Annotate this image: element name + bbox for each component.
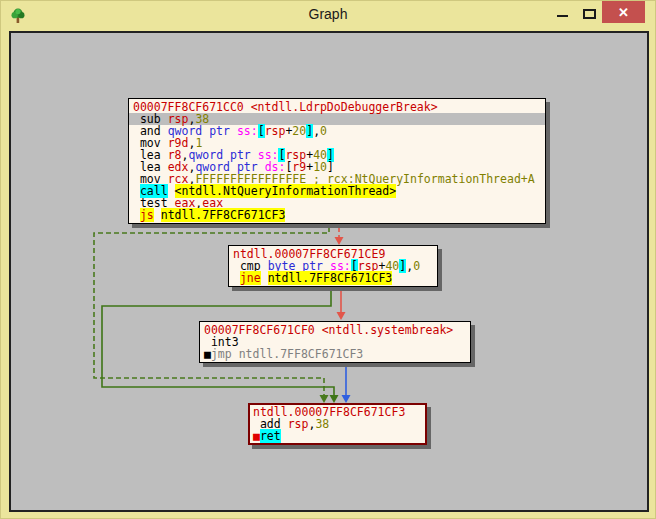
block-header[interactable]: 00007FF8CF671CF0 <ntdll.systembreak> [204,324,466,336]
asm-line[interactable]: js ntdll.7FF8CF671CF3 [133,209,541,221]
asm-line[interactable]: jne ntdll.7FF8CF671CF3 [233,272,433,284]
minimize-button[interactable] [550,1,576,23]
graph-window: { "window": { "title": "Graph", "icon": … [0,0,656,519]
asm-line[interactable]: ■jmp ntdll.7FF8CF671CF3 [204,348,466,360]
maximize-icon [583,9,596,19]
close-icon: ✕ [618,5,629,20]
basic-block-systembreak[interactable]: 00007FF8CF671CF0 <ntdll.systembreak> int… [199,321,471,363]
minimize-icon [557,15,568,17]
maximize-button[interactable] [576,1,602,23]
window-titlebar[interactable]: Graph ✕ [1,1,655,31]
close-button[interactable]: ✕ [602,1,645,23]
basic-block-block-cf671ce9[interactable]: ntdll.00007FF8CF671CE9 cmp byte ptr ss:[… [228,245,438,287]
asm-line[interactable]: ■ret [253,430,422,442]
basic-block-block-cf671cf3[interactable]: ntdll.00007FF8CF671CF3 add rsp,38■ret [248,403,427,445]
basic-block-ldrp-do-debugger-break[interactable]: 00007FF8CF671CC0 <ntdll.LdrpDoDebuggerBr… [128,98,546,224]
